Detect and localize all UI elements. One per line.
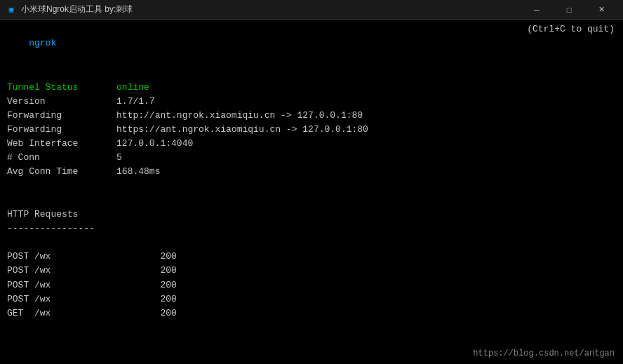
titlebar: ▣ 小米球Ngrok启动工具 by:刺球 ─ □ ✕ [0, 0, 623, 20]
http-row-2: POST /wx 200 [7, 278, 616, 292]
http-row-3: POST /wx 200 [7, 292, 616, 306]
app-icon: ▣ [6, 4, 17, 15]
window-controls: ─ □ ✕ [521, 0, 617, 20]
status-row-2: Forwarding http://ant.ngrok.xiaomiqiu.cn… [7, 109, 616, 123]
blank-line-3 [7, 194, 616, 208]
status-row-3: Forwarding https://ant.ngrok.xiaomiqiu.c… [7, 123, 616, 137]
terminal-area: (Ctrl+C to quit) ngrok Tunnel Status onl… [0, 20, 623, 364]
http-row-4: GET /wx 200 [7, 306, 616, 321]
blank-line-4 [7, 236, 616, 250]
status-rows: Tunnel Status onlineVersion 1.7/1.7Forwa… [7, 81, 616, 180]
http-separator: ---------------- [7, 222, 616, 236]
minimize-button[interactable]: ─ [521, 0, 553, 20]
blank-line-1 [7, 66, 616, 80]
status-row-5: # Conn 5 [7, 151, 616, 165]
ngrok-label: ngrok [7, 22, 616, 65]
status-row-0: Tunnel Status online [7, 81, 616, 95]
http-row-1: POST /wx 200 [7, 264, 616, 278]
http-row-0: POST /wx 200 [7, 250, 616, 264]
maximize-button[interactable]: □ [553, 0, 585, 20]
ngrok-title-text: ngrok [29, 38, 56, 48]
http-rows: POST /wx 200POST /wx 200POST /wx 200POST… [7, 250, 616, 321]
blank-line-2 [7, 180, 616, 194]
http-section-title: HTTP Requests [7, 208, 616, 222]
window-title: 小米球Ngrok启动工具 by:刺球 [21, 4, 521, 15]
csdn-link: https://blog.csdn.net/antgan [473, 349, 615, 358]
quit-hint: (Ctrl+C to quit) [527, 24, 615, 34]
close-button[interactable]: ✕ [585, 0, 617, 20]
status-row-1: Version 1.7/1.7 [7, 95, 616, 109]
status-row-6: Avg Conn Time 168.48ms [7, 165, 616, 179]
status-row-4: Web Interface 127.0.0.1:4040 [7, 137, 616, 151]
